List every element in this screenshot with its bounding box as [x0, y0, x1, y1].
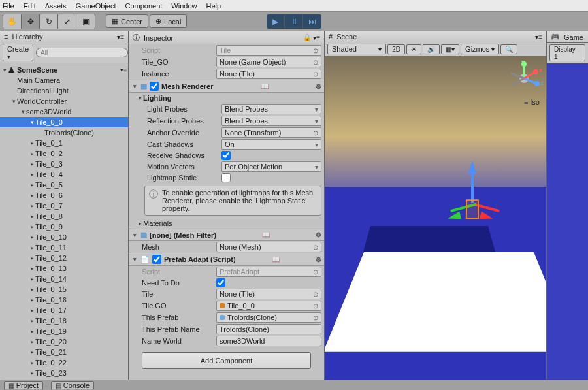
- hierarchy-item[interactable]: ▸Tile_0_23: [0, 368, 128, 378]
- materials-header[interactable]: ▸Materials: [129, 218, 324, 229]
- fold-icon[interactable]: ▸: [29, 213, 35, 219]
- panel-menu-icon[interactable]: ▾≡: [535, 33, 542, 41]
- property-field[interactable]: Tile⊙: [216, 45, 321, 56]
- scene-viewport[interactable]: y z x ≡ Iso: [325, 56, 546, 380]
- hierarchy-item[interactable]: ▸Tile_0_1: [0, 138, 128, 148]
- hierarchy-item[interactable]: ▸Tile_0_18: [0, 316, 128, 326]
- create-dropdown[interactable]: Create ▾: [3, 44, 33, 61]
- rotate-tool[interactable]: ↻: [40, 14, 58, 29]
- property-field[interactable]: None (Transform)⊙: [221, 127, 321, 138]
- game-viewport[interactable]: [547, 63, 588, 380]
- fx-toggle[interactable]: ▦▾: [441, 44, 459, 54]
- console-tab[interactable]: ▤ Console: [51, 381, 94, 389]
- mesh-renderer-header[interactable]: ▾ ▦ Mesh Renderer 📖 ⚙: [129, 80, 324, 93]
- project-tab[interactable]: ▦ Project: [4, 381, 43, 389]
- component-enabled-checkbox[interactable]: [152, 255, 161, 264]
- hierarchy-item[interactable]: ▸Tile_0_17: [0, 305, 128, 316]
- fold-icon[interactable]: ▸: [29, 244, 35, 251]
- hierarchy-item[interactable]: Main Camera: [0, 75, 128, 86]
- hierarchy-item[interactable]: ▸Tile_0_5: [0, 180, 128, 190]
- lighting-toggle[interactable]: ☀: [406, 44, 421, 54]
- fold-icon[interactable]: ▾: [29, 119, 35, 125]
- step-button[interactable]: ⏭: [303, 14, 321, 29]
- menu-edit[interactable]: Edit: [24, 2, 36, 10]
- pivot-mode-button[interactable]: ▦ Center: [106, 14, 148, 28]
- gizmos-dropdown[interactable]: Gizmos ▾: [461, 44, 499, 54]
- play-button[interactable]: ▶: [267, 14, 285, 29]
- component-enabled-checkbox[interactable]: [150, 82, 159, 91]
- hierarchy-item[interactable]: ▸Tile_0_20: [0, 336, 128, 347]
- fold-icon[interactable]: ▸: [29, 203, 35, 209]
- hierarchy-item[interactable]: ▸Tile_0_14: [0, 274, 128, 284]
- prefab-adapt-header[interactable]: ▾ 📄 Prefab Adapt (Script) 📖 ⚙: [129, 253, 324, 266]
- hierarchy-item[interactable]: ▸Tile_0_16: [0, 295, 128, 305]
- hierarchy-item[interactable]: ▸Tile_0_7: [0, 201, 128, 211]
- audio-toggle[interactable]: 🔊: [423, 44, 440, 54]
- fold-icon[interactable]: ▸: [29, 349, 35, 355]
- fold-icon[interactable]: ▸: [29, 359, 35, 366]
- property-checkbox[interactable]: [221, 151, 231, 160]
- move-tool[interactable]: ✥: [22, 14, 40, 29]
- add-component-button[interactable]: Add Component: [142, 352, 311, 369]
- fold-icon[interactable]: ▸: [29, 192, 35, 199]
- property-field[interactable]: None (Tile)⊙: [216, 69, 321, 79]
- property-field[interactable]: None (Tile)⊙: [216, 289, 321, 299]
- menu-help[interactable]: Help: [206, 2, 221, 10]
- fold-icon[interactable]: ▾: [131, 256, 138, 263]
- hierarchy-item[interactable]: ▸Tile_0_6: [0, 190, 128, 201]
- hierarchy-item-selected[interactable]: ▾Tile_0_0: [0, 117, 128, 127]
- scene-search[interactable]: 🔍: [500, 44, 517, 54]
- component-gear-icon[interactable]: ⚙: [316, 256, 321, 263]
- fold-icon[interactable]: ▸: [29, 317, 35, 324]
- hierarchy-item[interactable]: ▸Tile_0_2: [0, 148, 128, 159]
- component-gear-icon[interactable]: ⚙: [316, 83, 321, 90]
- property-field[interactable]: Trolords(Clone)⊙: [216, 312, 321, 323]
- rotation-mode-button[interactable]: ⊕ Local: [150, 14, 187, 28]
- orientation-gizmo[interactable]: y z x: [506, 60, 542, 97]
- hierarchy-item[interactable]: ▸Tile_0_22: [0, 357, 128, 368]
- menu-component[interactable]: Component: [125, 2, 162, 10]
- hierarchy-item[interactable]: Directional Light: [0, 86, 128, 96]
- hierarchy-item[interactable]: ▾some3DWorld: [0, 106, 128, 117]
- hierarchy-item[interactable]: ▸Tile_0_10: [0, 232, 128, 242]
- panel-menu-icon[interactable]: ▾≡: [117, 33, 124, 41]
- fold-icon[interactable]: ▸: [29, 297, 35, 303]
- property-field[interactable]: Tile_0_0⊙: [216, 301, 321, 311]
- fold-icon[interactable]: ▸: [29, 328, 35, 334]
- projection-label[interactable]: ≡ Iso: [524, 98, 540, 106]
- fold-icon[interactable]: ▾: [131, 83, 138, 89]
- menu-gameobject[interactable]: GameObject: [76, 2, 116, 10]
- lock-icon[interactable]: 🔓 ▾≡: [303, 34, 320, 41]
- mesh-filter-header[interactable]: ▾ ▦ [none] (Mesh Filter) 📖 ⚙: [129, 229, 324, 241]
- inspector-tab[interactable]: ⓘ Inspector 🔓 ▾≡: [129, 31, 324, 44]
- fold-icon[interactable]: ▸: [29, 150, 35, 157]
- fold-icon[interactable]: ▸: [29, 171, 35, 178]
- hierarchy-item[interactable]: ▸Tile_0_13: [0, 263, 128, 274]
- hierarchy-search-input[interactable]: [36, 48, 128, 57]
- property-field[interactable]: Trolords(Clone): [216, 324, 321, 334]
- hierarchy-item[interactable]: ▸Tile_0_15: [0, 284, 128, 295]
- component-gear-icon[interactable]: ⚙: [316, 231, 321, 238]
- hierarchy-item[interactable]: ▸Tile_0_3: [0, 159, 128, 169]
- hierarchy-item[interactable]: Trolords(Clone): [0, 127, 128, 138]
- fold-icon[interactable]: ▾: [20, 108, 26, 115]
- hierarchy-item[interactable]: ▸Tile_0_12: [0, 253, 128, 263]
- property-field[interactable]: None (Game Object)⊙: [216, 57, 321, 67]
- lighting-header[interactable]: ▾Lighting: [129, 93, 324, 103]
- property-checkbox[interactable]: [221, 173, 231, 182]
- hierarchy-item[interactable]: ▸Tile_0_21: [0, 347, 128, 357]
- property-field[interactable]: Per Object Motion▾: [221, 161, 321, 172]
- property-field[interactable]: Blend Probes▾: [221, 116, 321, 126]
- hierarchy-tab[interactable]: ≡ Hierarchy ▾≡: [0, 31, 128, 42]
- scene-root[interactable]: ▾ ⯅ SomeScene ▾≡: [0, 65, 128, 75]
- display-dropdown[interactable]: Display 1: [549, 44, 585, 61]
- scale-tool[interactable]: ⤢: [58, 14, 76, 29]
- fold-icon[interactable]: ▸: [29, 140, 35, 146]
- fold-icon[interactable]: ▸: [29, 276, 35, 282]
- fold-icon[interactable]: ▾: [131, 232, 138, 238]
- property-field[interactable]: None (Mesh)⊙: [216, 242, 321, 252]
- game-tab[interactable]: 🎮 Game: [547, 31, 588, 43]
- menu-window[interactable]: Window: [171, 2, 197, 10]
- hierarchy-item[interactable]: ▸Tile_0_8: [0, 211, 128, 221]
- hierarchy-item[interactable]: ▸Tile_0_9: [0, 221, 128, 232]
